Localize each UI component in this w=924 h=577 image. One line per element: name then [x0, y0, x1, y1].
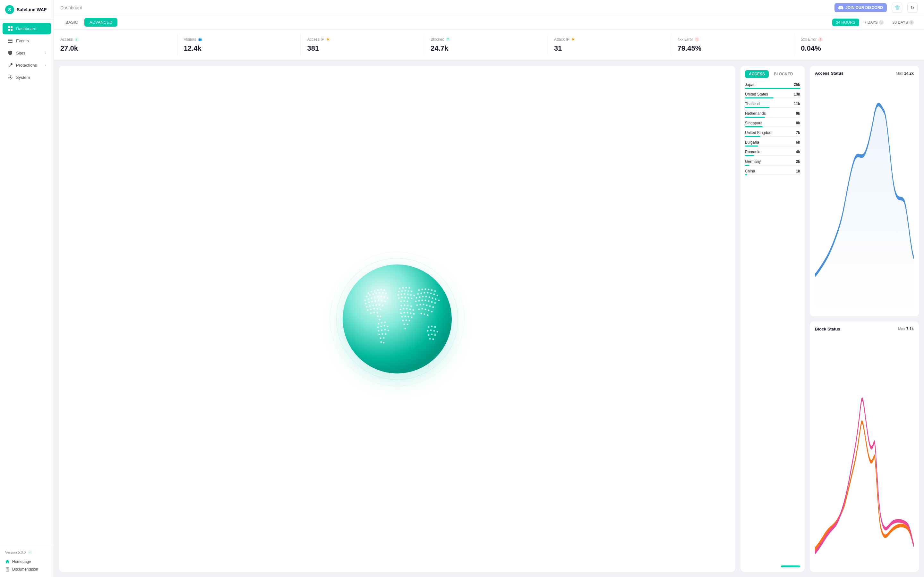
homepage-link[interactable]: Homepage [5, 558, 48, 566]
access-chart-max-value: 14.2k [904, 71, 914, 76]
svg-point-39 [372, 301, 373, 302]
svg-point-48 [379, 304, 381, 306]
block-chart-title: Block Status [815, 327, 840, 332]
5xx-warning-icon: ! [818, 37, 822, 42]
discord-label: JOIN OUR DISCORD [845, 5, 883, 10]
country-value: 4k [796, 150, 800, 154]
main-grid: ACCESS BLOCKED Japan 25k United States 1… [54, 61, 924, 577]
svg-point-80 [402, 287, 404, 288]
svg-point-123 [404, 324, 405, 325]
svg-point-42 [381, 300, 383, 301]
access-chart-header: Access Status Max 14.2k [815, 71, 914, 76]
4xx-warning-icon: ! [695, 37, 699, 42]
shirt-button[interactable]: 👕 [892, 3, 902, 13]
stat-blocked: Blocked 🛡 24.7k [424, 35, 548, 55]
svg-point-88 [397, 294, 399, 295]
svg-point-121 [405, 319, 407, 321]
sidebar-bottom: Version 5.0.0 i Homepage Documentation [0, 546, 53, 577]
svg-point-117 [405, 316, 406, 317]
svg-point-63 [384, 321, 386, 323]
sidebar-item-dashboard[interactable]: Dashboard [3, 23, 51, 34]
sidebar-item-system[interactable]: System [3, 71, 51, 83]
stat-access-value: 27.0k [60, 44, 171, 53]
svg-point-106 [400, 308, 401, 310]
svg-point-178 [429, 338, 431, 340]
svg-point-160 [418, 308, 420, 310]
stat-blocked-text: Blocked [431, 37, 444, 42]
svg-point-43 [384, 300, 386, 302]
svg-rect-7 [8, 40, 13, 41]
stats-row: Access ↑ 27.0k Visitors 👥 12.4k Access I… [54, 29, 924, 61]
country-bar-bg [745, 136, 800, 137]
svg-rect-5 [11, 29, 13, 31]
time-24h-button[interactable]: 24 HOURS [832, 19, 859, 26]
svg-point-57 [376, 311, 378, 313]
documentation-link[interactable]: Documentation [5, 566, 48, 573]
svg-point-47 [376, 304, 377, 306]
svg-point-173 [433, 330, 435, 332]
sidebar-item-protections[interactable]: Protections › [3, 59, 51, 71]
tab-advanced[interactable]: ADVANCED [84, 18, 118, 27]
country-value: 1k [796, 169, 800, 173]
country-bar [745, 107, 769, 108]
time-7d-button[interactable]: 7 DAYS i [861, 19, 887, 26]
stat-access-ip-value: 381 [307, 44, 417, 53]
access-toggle-access[interactable]: ACCESS [745, 70, 769, 78]
refresh-button[interactable]: ↻ [907, 3, 918, 13]
sidebar-item-protections-label: Protections [16, 63, 37, 68]
svg-point-115 [413, 313, 415, 314]
svg-point-152 [431, 301, 433, 303]
time-30d-button[interactable]: 30 DAYS i [889, 19, 918, 26]
sidebar-item-sites[interactable]: Sites › [3, 47, 51, 59]
country-name: Japan [745, 82, 756, 87]
access-toggle-blocked[interactable]: BLOCKED [770, 70, 796, 78]
svg-point-139 [416, 297, 417, 298]
svg-point-137 [433, 293, 435, 295]
svg-point-127 [422, 288, 423, 290]
tab-basic[interactable]: BASIC [60, 18, 83, 27]
country-bar [745, 88, 800, 89]
doc-icon [5, 567, 10, 572]
svg-point-40 [375, 300, 376, 301]
sidebar-item-events[interactable]: Events [3, 35, 51, 47]
discord-button[interactable]: JOIN OUR DISCORD [835, 3, 887, 12]
svg-point-131 [435, 290, 436, 292]
svg-point-165 [421, 313, 422, 314]
svg-point-22 [366, 295, 368, 297]
stat-visitors-label: Visitors 👥 [184, 37, 294, 42]
svg-point-114 [410, 312, 412, 314]
svg-point-176 [431, 334, 433, 335]
country-list: Japan 25k United States 13k Thailand 11k… [745, 82, 800, 563]
blocked-shield-icon: 🛡 [446, 37, 451, 42]
svg-point-89 [401, 293, 402, 295]
svg-point-146 [438, 300, 440, 301]
svg-point-58 [377, 316, 379, 317]
svg-point-86 [408, 290, 409, 292]
version-info-icon[interactable]: i [27, 550, 32, 554]
svg-point-91 [407, 293, 409, 295]
country-item: Bulgaria 6k [745, 140, 800, 147]
documentation-label: Documentation [12, 567, 38, 572]
svg-point-28 [385, 292, 387, 294]
svg-point-34 [381, 295, 382, 297]
country-bar-bg [745, 155, 800, 156]
charts-panel: Access Status Max 14.2k [810, 66, 919, 572]
svg-point-17 [371, 291, 373, 292]
country-row: Singapore 8k [745, 121, 800, 125]
country-name: China [745, 169, 755, 173]
svg-point-97 [408, 297, 409, 298]
svg-point-166 [424, 313, 425, 315]
stat-5xx-label: 5xx Error ! [801, 37, 911, 42]
svg-point-154 [417, 304, 418, 306]
block-chart-header: Block Status Max 7.1k [815, 327, 914, 332]
logo-text: SafeLine WAF [17, 7, 47, 12]
svg-point-174 [437, 331, 438, 332]
sidebar: S SafeLine WAF Dashboard Events Sites › [0, 0, 54, 577]
svg-point-81 [405, 287, 407, 288]
stat-5xx: 5xx Error ! 0.04% [795, 35, 918, 55]
svg-point-157 [426, 304, 428, 306]
country-row: Japan 25k [745, 82, 800, 87]
svg-point-142 [425, 295, 427, 297]
svg-point-96 [405, 297, 406, 298]
stat-attack-ip-label: Attack IP ⚑ [554, 37, 664, 42]
